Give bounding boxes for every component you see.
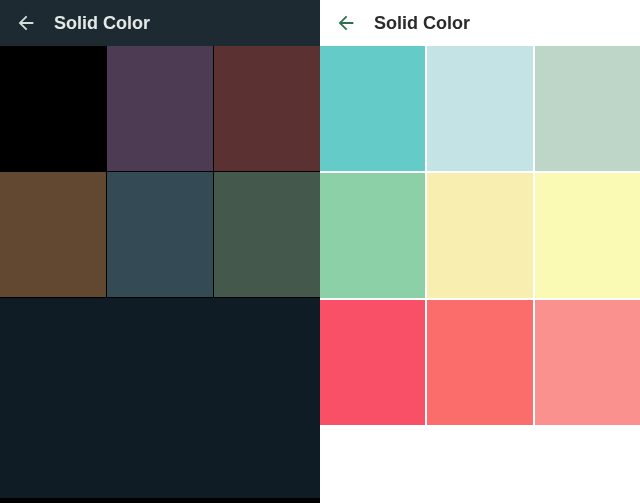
swatch-plum[interactable] bbox=[107, 46, 213, 171]
swatch-salmon[interactable] bbox=[535, 300, 640, 425]
swatch-powder-blue[interactable] bbox=[427, 46, 532, 171]
pane-light: Solid Color bbox=[320, 0, 640, 503]
swatch-slate[interactable] bbox=[107, 172, 213, 297]
swatch-olive-gray[interactable] bbox=[214, 172, 320, 297]
color-grid-light bbox=[320, 46, 640, 503]
back-button[interactable] bbox=[326, 3, 366, 43]
back-button[interactable] bbox=[6, 3, 46, 43]
swatch-maroon[interactable] bbox=[214, 46, 320, 171]
toolbar-dark: Solid Color bbox=[0, 0, 320, 46]
swatch-mint[interactable] bbox=[320, 173, 425, 298]
swatch-brown[interactable] bbox=[0, 172, 106, 297]
page-title: Solid Color bbox=[54, 13, 150, 34]
swatch-butter[interactable] bbox=[427, 173, 532, 298]
swatch-black[interactable] bbox=[0, 46, 106, 171]
split-view: Solid Color Solid Color bbox=[0, 0, 640, 503]
back-arrow-icon bbox=[335, 12, 357, 34]
swatch-coral[interactable] bbox=[427, 300, 532, 425]
back-arrow-icon bbox=[15, 12, 37, 34]
swatch-lemon[interactable] bbox=[535, 173, 640, 298]
page-title: Solid Color bbox=[374, 13, 470, 34]
swatch-midnight[interactable] bbox=[0, 298, 320, 498]
swatch-turquoise[interactable] bbox=[320, 46, 425, 171]
pane-dark: Solid Color bbox=[0, 0, 320, 503]
swatch-watermelon[interactable] bbox=[320, 300, 425, 425]
toolbar-light: Solid Color bbox=[320, 0, 640, 46]
color-grid-dark bbox=[0, 46, 320, 503]
swatch-sage[interactable] bbox=[535, 46, 640, 171]
